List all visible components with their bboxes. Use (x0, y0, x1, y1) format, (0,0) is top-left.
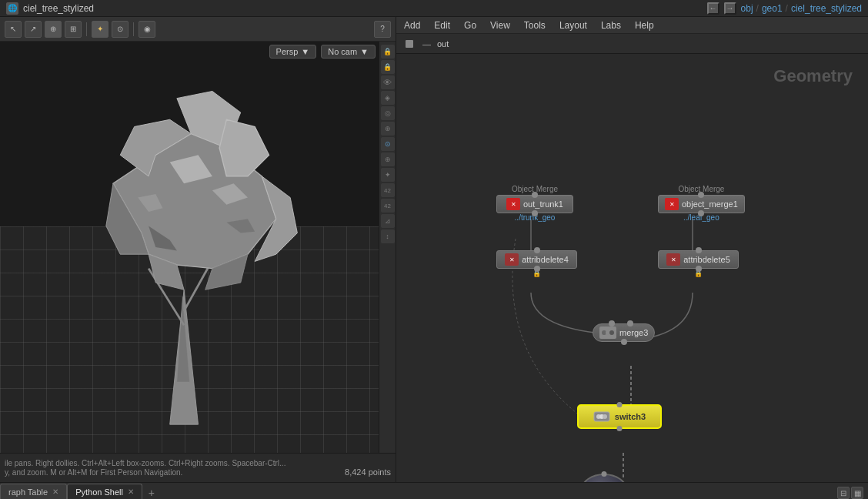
breadcrumb-geo1[interactable]: geo1 (762, 3, 783, 14)
tree-svg (0, 42, 379, 453)
toolbar-help-btn[interactable]: ? (374, 21, 391, 38)
switch3-box[interactable]: switch3 (577, 404, 662, 429)
vp-icon5[interactable]: ◎ (381, 106, 395, 120)
trunk1-icon: ✕ (506, 198, 520, 210)
toolbar-btn4[interactable]: ⊞ (65, 21, 82, 38)
node-canvas[interactable]: Geometry Object Merge (396, 54, 868, 482)
node-menu-bar: Add Edit Go View Tools Layout Labs Help (396, 17, 868, 34)
tab-add-button[interactable]: + (145, 487, 158, 499)
menu-layout[interactable]: Layout (558, 20, 589, 31)
node-out-trunk1[interactable]: Object Merge ✕ out_trunk1 ../trunk_geo (496, 185, 573, 222)
toolbar-btn6[interactable]: ⊙ (112, 21, 129, 38)
point-count: 8,424 points (345, 467, 391, 477)
node-merge3[interactable]: merge3 (593, 323, 655, 342)
node-object-merge1[interactable]: Object Merge ✕ object_merge1 ../leaf_geo (658, 185, 745, 222)
vp-lock-icon[interactable]: 🔒 (381, 45, 395, 59)
node-box-trunk1[interactable]: ✕ out_trunk1 (496, 195, 573, 213)
vp-lock2-icon[interactable]: 🔒 (381, 60, 395, 74)
menu-go[interactable]: Go (462, 20, 478, 31)
main-area: ↖ ↗ ⊕ ⊞ ✦ ⊙ ◉ ? Persp ▼ (0, 17, 868, 482)
attribdelete4-pin-top (534, 247, 540, 253)
toolbar-sep1 (86, 22, 87, 36)
tab-graph-table[interactable]: raph Table ✕ (0, 484, 67, 499)
svg-point-23 (609, 330, 614, 335)
viewport-wrap: Persp ▼ No cam ▼ (0, 42, 396, 453)
switch3-pin-top (617, 402, 623, 407)
toolbar-btn2[interactable]: ↗ (25, 21, 42, 38)
merge1-pin-bottom (698, 210, 704, 216)
merge3-icon (599, 327, 616, 339)
output0-box[interactable] (581, 474, 627, 482)
vp-icon6[interactable]: ⊕ (381, 122, 395, 136)
tab-python-shell-label: Python Shell (75, 487, 123, 497)
toolbar-btn5[interactable]: ✦ (92, 21, 108, 38)
switch3-icon (593, 411, 610, 422)
nav-forward-button[interactable]: → (724, 2, 736, 15)
merge1-label: object_merge1 (682, 199, 738, 209)
app-icon: 🌐 (6, 2, 18, 15)
status-line2: y, and zoom. M or Alt+M for First Person… (5, 468, 182, 477)
merge3-pin-bottom (621, 339, 627, 345)
toolbar-sep2 (133, 22, 134, 36)
breadcrumb-obj[interactable]: obj (741, 3, 753, 14)
output0-pin-top (602, 471, 607, 477)
title-bar-left: 🌐 ciel_tree_stylized (6, 2, 707, 15)
out-label: — (422, 39, 431, 49)
trunk1-pin-bottom (532, 210, 538, 216)
switch3-pin-bottom (617, 426, 623, 431)
tab-graph-table-close[interactable]: ✕ (52, 487, 58, 496)
vp-icon9[interactable]: ✦ (381, 168, 395, 182)
tab-right-controls: ⊟ ▦ (837, 487, 868, 499)
node-output0[interactable]: output0 Output #0 (581, 474, 644, 482)
viewport-panel: ↖ ↗ ⊕ ⊞ ✦ ⊙ ◉ ? Persp ▼ (0, 17, 396, 482)
menu-view[interactable]: View (489, 20, 512, 31)
menu-labs[interactable]: Labs (599, 20, 623, 31)
vp-icon7[interactable]: ⊙ (381, 137, 395, 151)
vp-icon11[interactable]: 42 (381, 199, 395, 213)
out-indicator (406, 40, 413, 48)
merge3-pin-top2 (627, 320, 633, 327)
viewport-view[interactable]: Persp ▼ No cam ▼ (0, 42, 379, 453)
out-text: out (437, 39, 449, 49)
merge3-label: merge3 (619, 328, 648, 337)
node-box-attribdelete4[interactable]: ✕ attribdelete4 (496, 250, 577, 269)
vp-vis-icon[interactable]: ◈ (381, 91, 395, 105)
breadcrumb-scene[interactable]: ciel_tree_stylized (791, 3, 862, 14)
vp-icon13[interactable]: ↕ (381, 229, 395, 243)
tab-python-shell[interactable]: Python Shell ✕ (67, 484, 142, 499)
tab-panel-btn2[interactable]: ▦ (851, 487, 863, 499)
vp-icon12[interactable]: ⊿ (381, 214, 395, 228)
node-box-attribdelete5[interactable]: ✕ attribdelete5 (658, 250, 739, 269)
viewport-status: ile pans. Right dollies. Ctrl+Alt+Left b… (0, 453, 396, 482)
node-switch3[interactable]: switch3 (577, 404, 662, 429)
vp-icon8[interactable]: ⊕ (381, 152, 395, 166)
output0-container (581, 474, 644, 482)
svg-point-27 (603, 414, 607, 419)
toolbar-select-btn[interactable]: ↖ (5, 21, 22, 38)
menu-edit[interactable]: Edit (432, 20, 452, 31)
toolbar-btn7[interactable]: ◉ (139, 21, 155, 38)
tab-panel-btn1[interactable]: ⊟ (837, 487, 850, 499)
menu-help[interactable]: Help (633, 20, 656, 31)
node-box-merge3[interactable]: merge3 (593, 323, 655, 342)
vp-eye-icon[interactable]: 👁 (381, 75, 395, 89)
merge1-icon: ✕ (665, 198, 679, 210)
node-attribdelete5[interactable]: ✕ attribdelete5 🔒 (658, 250, 739, 277)
window-title: ciel_tree_stylized (23, 3, 94, 14)
attribdelete5-pin-bottom (696, 266, 702, 272)
attribdelete5-icon: ✕ (666, 253, 680, 266)
nav-back-button[interactable]: ← (707, 2, 719, 15)
toolbar-btn3[interactable]: ⊕ (45, 21, 62, 38)
vp-icon10[interactable]: 42 (381, 183, 395, 197)
node-box-merge1[interactable]: ✕ object_merge1 (658, 195, 745, 213)
viewport-toolbar: ↖ ↗ ⊕ ⊞ ✦ ⊙ ◉ ? (0, 17, 396, 42)
attribdelete4-label: attribdelete4 (522, 255, 569, 264)
node-attribdelete4[interactable]: ✕ attribdelete4 🔒 (496, 250, 577, 277)
switch3-label: switch3 (615, 412, 646, 421)
menu-tools[interactable]: Tools (522, 20, 547, 31)
tab-python-shell-close[interactable]: ✕ (128, 487, 134, 496)
menu-add[interactable]: Add (402, 20, 422, 31)
attribdelete5-label: attribdelete5 (683, 255, 730, 264)
attribdelete4-pin-bottom (534, 266, 540, 272)
bottom-tabs: raph Table ✕ Python Shell ✕ + ⊟ ▦ (0, 482, 868, 499)
